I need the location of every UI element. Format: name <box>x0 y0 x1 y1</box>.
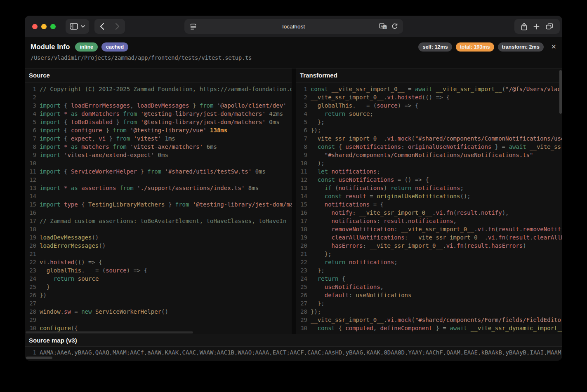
code-line: 30 const { computed, defineComponent } =… <box>296 324 562 332</box>
code-line: 18 removeNotification: __vite_ssr_import… <box>296 225 562 233</box>
line-number: 20 <box>25 242 36 250</box>
code-line: 9import 'vitest-axe/extend-expect' 0ms <box>25 151 292 159</box>
code-line: 22vi.hoisted(() => { <box>25 258 292 266</box>
code-line: 15import type { TestingLibraryMatchers }… <box>25 200 292 209</box>
line-number: 20 <box>296 242 307 250</box>
transformed-vertical-scrollbar[interactable] <box>559 70 562 114</box>
reload-icon[interactable] <box>391 23 398 30</box>
line-number: 12 <box>25 176 36 184</box>
source-panel-title: Source <box>25 68 292 82</box>
code-line: 15 notifications = { <box>296 200 562 209</box>
code-line: 8 const { useNotifications: originalUseN… <box>296 143 562 151</box>
page-title: Module Info <box>31 43 70 51</box>
line-number: 24 <box>296 275 307 283</box>
code-line: 16 <box>25 209 292 217</box>
total-time-badge: total: 193ms <box>456 42 494 52</box>
line-number: 14 <box>296 192 307 200</box>
sidebar-toggle-button[interactable] <box>66 19 89 34</box>
share-button[interactable] <box>521 23 527 31</box>
sourcemap-horizontal-scrollbar[interactable] <box>26 357 52 359</box>
translate-icon[interactable]: A a <box>379 23 387 30</box>
line-number: 30 <box>296 324 307 332</box>
code-line: 3 globalThis.__ = (source) => { <box>296 101 562 110</box>
code-line: 26}) <box>25 291 292 299</box>
sourcemap-section: Source map (v3) 1 AAMA;AAeA,yBAAG,QAAQ,M… <box>25 334 562 361</box>
code-line: 29__vite_ssr_import_0__.vi.mock("#shared… <box>296 316 562 324</box>
sourcemap-mappings: AAMA;AAeA,yBAAG,QAAQ,MAAM;AACf,aAAW,KAAK… <box>40 348 561 357</box>
back-button[interactable] <box>94 19 110 34</box>
line-number: 28 <box>296 307 307 316</box>
code-line: 21 }; <box>296 250 562 258</box>
line-number: 7 <box>296 134 307 143</box>
code-line: 1const __vite_ssr_import_0__ = await __v… <box>296 85 562 93</box>
line-number: 10 <box>25 159 36 167</box>
nav-buttons <box>94 19 125 34</box>
transformed-panel: Transformed 1const __vite_ssr_import_0__… <box>296 68 562 334</box>
code-line: 12 <box>25 176 292 184</box>
code-line: 28window.sw = new ServiceWorkerHelper() <box>25 307 292 316</box>
code-line: 23 }; <box>296 266 562 275</box>
window-controls <box>32 24 56 29</box>
line-number: 7 <box>25 134 36 143</box>
line-number: 13 <box>296 184 307 192</box>
line-number: 22 <box>296 258 307 266</box>
code-line: 20loadErrorMessages() <box>25 242 292 250</box>
code-line: 5import { toBeDisabled } from '@testing-… <box>25 118 292 126</box>
module-info-header: Module Info inline cached self: 12ms tot… <box>25 37 562 68</box>
line-number: 10 <box>296 159 307 167</box>
code-line: 10 <box>25 159 292 167</box>
cached-badge: cached <box>101 42 128 52</box>
line-number: 16 <box>25 209 36 217</box>
line-number: 12 <box>296 176 307 184</box>
source-horizontal-scrollbar[interactable] <box>26 331 193 333</box>
line-number: 30 <box>25 324 36 332</box>
code-line: 2__vite_ssr_import_0__.vi.hoisted(() => … <box>296 93 562 101</box>
code-line: 16 notify: __vite_ssr_import_0__.vi.fn(r… <box>296 209 562 217</box>
line-number: 1 <box>296 85 307 93</box>
code-line: 19loadDevMessages() <box>25 233 292 242</box>
code-line: 24 return { <box>296 275 562 283</box>
code-line: 6}); <box>296 126 562 134</box>
line-number: 15 <box>296 200 307 209</box>
code-line: 28}); <box>296 307 562 316</box>
code-line: 17 notifications: result.notifications, <box>296 217 562 225</box>
code-line: 22 return notifications; <box>296 258 562 266</box>
code-line: 18 <box>25 225 292 233</box>
line-number: 3 <box>25 101 36 110</box>
source-panel: Source 1// Copyright (C) 2012-2025 Zamma… <box>25 68 292 334</box>
new-tab-button[interactable] <box>533 23 540 30</box>
line-number: 2 <box>296 93 307 101</box>
code-line: 17// Zammad custom assertions: toBeAvata… <box>25 217 292 225</box>
line-number: 21 <box>296 250 307 258</box>
line-number: 5 <box>25 118 36 126</box>
line-number: 15 <box>25 200 36 209</box>
line-number: 25 <box>296 283 307 291</box>
code-line: 10 ); <box>296 159 562 167</box>
line-number: 17 <box>296 217 307 225</box>
close-window-button[interactable] <box>32 24 38 29</box>
line-number: 11 <box>25 167 36 176</box>
line-number: 24 <box>25 275 36 283</box>
close-module-info-button[interactable]: ✕ <box>551 44 556 50</box>
address-bar[interactable]: localhost A a <box>184 19 403 34</box>
line-number: 21 <box>25 250 36 258</box>
code-line: 21 <box>25 250 292 258</box>
line-number: 29 <box>25 316 36 324</box>
source-code[interactable]: 1// Copyright (C) 2012-2025 Zammad Found… <box>25 82 292 334</box>
code-line: 7__vite_ssr_import_0__.vi.mock("#shared/… <box>296 134 562 143</box>
tab-overview-button[interactable] <box>546 23 553 30</box>
code-line: 30configure({ <box>25 324 292 332</box>
inline-badge: inline <box>75 42 98 52</box>
minimize-window-button[interactable] <box>41 24 47 29</box>
code-line: 23 globalThis.__ = (source) => { <box>25 266 292 275</box>
forward-button[interactable] <box>110 19 125 34</box>
zoom-window-button[interactable] <box>50 24 56 29</box>
code-line: 12 const useNotifications = () => { <box>296 176 562 184</box>
line-number: 17 <box>25 217 36 225</box>
transformed-code[interactable]: 1const __vite_ssr_import_0__ = await __v… <box>296 82 562 334</box>
url-text: localhost <box>184 23 403 30</box>
line-number: 27 <box>296 299 307 307</box>
code-line: 25 } <box>25 283 292 291</box>
code-line: 27 <box>25 299 292 307</box>
line-number: 8 <box>296 143 307 151</box>
